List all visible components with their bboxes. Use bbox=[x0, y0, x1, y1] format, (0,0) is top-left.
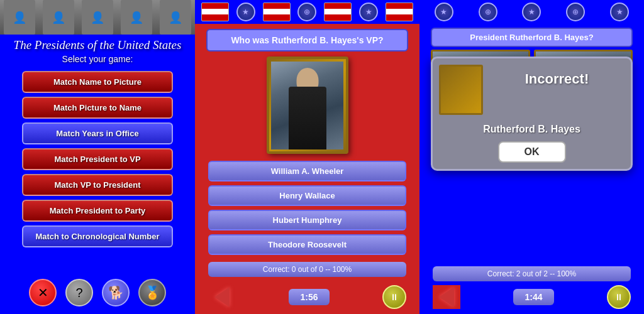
president-portrait bbox=[267, 57, 348, 154]
select-game-label: Select your game: bbox=[62, 54, 133, 64]
bottom-controls-3: 1:44 ⏸ bbox=[433, 285, 630, 309]
seal-1: ★ bbox=[236, 3, 255, 21]
timer-display: 1:56 bbox=[289, 289, 329, 305]
president-thumb-1: 👤 bbox=[4, 0, 35, 35]
bottom-icon-bar: ✕ ? 🐕 🏅 bbox=[29, 279, 166, 306]
president-thumb-3: 👤 bbox=[82, 0, 113, 35]
answer-btn-4[interactable]: Theodore Roosevelt bbox=[208, 234, 406, 255]
president-thumb-5: 👤 bbox=[160, 0, 191, 35]
btn-match-picture-to-name[interactable]: Match Picture to Name bbox=[22, 97, 173, 119]
question-text: Who was Rutherford B. Hayes's VP? bbox=[206, 29, 408, 51]
modal-president-portrait bbox=[439, 65, 483, 115]
left-arrow-icon bbox=[214, 287, 230, 307]
medal-icon[interactable]: 🏅 bbox=[138, 279, 166, 306]
answer-btn-1[interactable]: William A. Wheeler bbox=[208, 161, 406, 181]
btn-match-vp-to-president[interactable]: Match VP to President bbox=[22, 174, 173, 196]
pause-button-3[interactable]: ⏸ bbox=[607, 285, 631, 309]
modal-president-name: Rutherford B. Hayes bbox=[483, 124, 580, 135]
seal-3: ★ bbox=[359, 3, 378, 21]
seal-p3-1: ★ bbox=[435, 3, 453, 21]
score-display: Correct: 0 out of 0 -- 100% bbox=[208, 262, 406, 277]
result-question-text: President Rutherford B. Hayes? bbox=[431, 28, 633, 47]
back-arrow-button[interactable] bbox=[208, 285, 236, 309]
pause-button[interactable]: ⏸ bbox=[382, 285, 406, 309]
flag-3 bbox=[324, 3, 352, 21]
seal-2: ⊕ bbox=[297, 3, 316, 21]
result-panel: ★ ⊕ ★ ⊕ ★ President Rutherford B. Hayes?… bbox=[419, 0, 644, 314]
score-display-3: Correct: 2 out of 2 -- 100% bbox=[433, 266, 630, 281]
flag-2 bbox=[263, 3, 291, 21]
ok-button[interactable]: OK bbox=[498, 141, 566, 163]
quiz-panel: ★ ⊕ ★ Who was Rutherford B. Hayes's VP? … bbox=[195, 0, 419, 314]
left-arrow-icon-3 bbox=[439, 287, 454, 307]
bottom-controls-2: 1:56 ⏸ bbox=[208, 285, 406, 309]
answer-btn-3[interactable]: Hubert Humphrey bbox=[208, 210, 406, 230]
answer-btn-2[interactable]: Henry Wallace bbox=[208, 185, 406, 206]
flag-4 bbox=[386, 3, 413, 21]
flag-bar-2: ★ ⊕ ★ bbox=[195, 0, 419, 24]
seal-p3-5: ★ bbox=[610, 3, 629, 21]
game-menu-panel: 👤 👤 👤 👤 👤 The Presidents of the United S… bbox=[0, 0, 195, 314]
president-thumb-4: 👤 bbox=[121, 0, 152, 35]
help-icon[interactable]: ? bbox=[65, 279, 93, 306]
btn-match-president-to-vp[interactable]: Match President to VP bbox=[22, 148, 173, 170]
seal-p3-3: ★ bbox=[522, 3, 541, 21]
portrait-body bbox=[289, 87, 326, 149]
president-thumb-2: 👤 bbox=[43, 0, 74, 35]
app-title: The Presidents of the United States bbox=[11, 35, 184, 54]
character-icon[interactable]: 🐕 bbox=[102, 279, 130, 306]
back-arrow-button-3[interactable] bbox=[433, 285, 460, 309]
timer-display-3: 1:44 bbox=[513, 289, 553, 305]
btn-match-president-to-party[interactable]: Match President to Party bbox=[22, 200, 173, 222]
btn-match-name-to-picture[interactable]: Match Name to Picture bbox=[22, 71, 173, 93]
btn-match-chronological-number[interactable]: Match to Chronological Number bbox=[22, 225, 173, 247]
flag-bar-3: ★ ⊕ ★ ⊕ ★ bbox=[419, 0, 644, 24]
flag-1 bbox=[201, 3, 229, 21]
modal-header: Incorrect! bbox=[439, 65, 625, 115]
seal-p3-4: ⊕ bbox=[566, 3, 585, 21]
close-icon[interactable]: ✕ bbox=[29, 279, 57, 306]
btn-match-years-in-office[interactable]: Match Years in Office bbox=[22, 122, 173, 144]
portrait-image bbox=[271, 62, 343, 149]
incorrect-modal: Incorrect! Rutherford B. Hayes OK bbox=[431, 57, 633, 171]
seal-p3-2: ⊕ bbox=[479, 3, 497, 21]
president-photos-bar: 👤 👤 👤 👤 👤 bbox=[0, 0, 195, 35]
incorrect-label: Incorrect! bbox=[489, 65, 625, 87]
